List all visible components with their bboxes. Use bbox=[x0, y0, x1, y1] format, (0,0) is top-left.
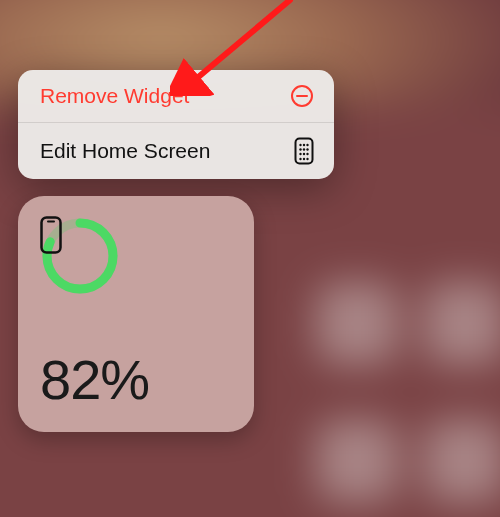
svg-point-10 bbox=[303, 153, 305, 155]
svg-rect-19 bbox=[42, 218, 61, 253]
remove-widget-menu-item[interactable]: Remove Widget bbox=[18, 70, 334, 122]
svg-point-13 bbox=[303, 158, 305, 160]
svg-point-5 bbox=[306, 144, 308, 146]
svg-point-3 bbox=[299, 144, 301, 146]
svg-point-7 bbox=[303, 148, 305, 150]
svg-point-4 bbox=[303, 144, 305, 146]
svg-point-6 bbox=[299, 148, 301, 150]
battery-ring bbox=[40, 216, 120, 296]
svg-point-14 bbox=[306, 158, 308, 160]
menu-item-label: Edit Home Screen bbox=[40, 139, 210, 163]
svg-point-11 bbox=[306, 153, 308, 155]
svg-point-12 bbox=[299, 158, 301, 160]
battery-percent-text: 82% bbox=[40, 347, 232, 412]
remove-icon bbox=[290, 84, 314, 108]
iphone-icon bbox=[40, 216, 120, 296]
batteries-widget[interactable]: 82% bbox=[18, 196, 254, 432]
svg-point-9 bbox=[299, 153, 301, 155]
edit-home-screen-menu-item[interactable]: Edit Home Screen bbox=[18, 122, 334, 179]
menu-item-label: Remove Widget bbox=[40, 84, 189, 108]
home-screen-icon bbox=[294, 137, 314, 165]
svg-point-8 bbox=[306, 148, 308, 150]
widget-context-menu: Remove Widget Edit Home Screen bbox=[18, 70, 334, 179]
